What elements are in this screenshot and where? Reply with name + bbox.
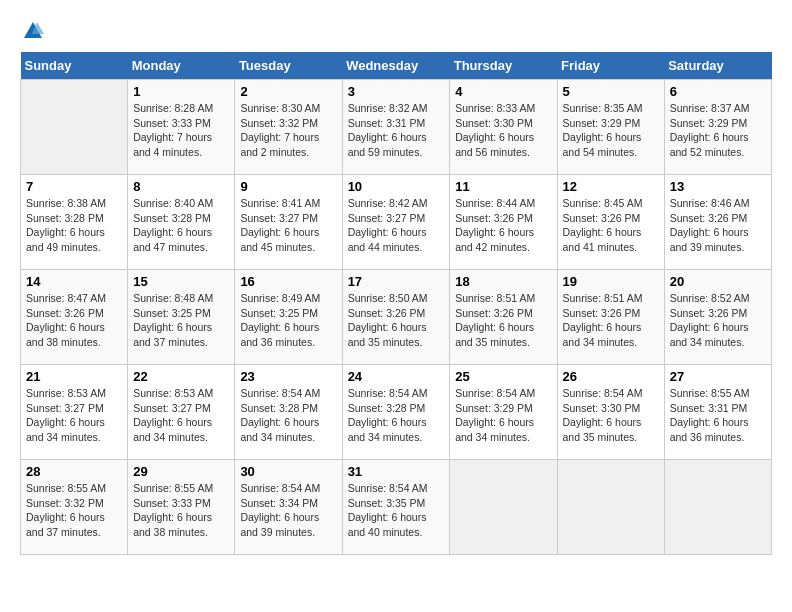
calendar-cell: 1Sunrise: 8:28 AM Sunset: 3:33 PM Daylig…: [128, 80, 235, 175]
calendar-cell: 26Sunrise: 8:54 AM Sunset: 3:30 PM Dayli…: [557, 365, 664, 460]
day-info: Sunrise: 8:40 AM Sunset: 3:28 PM Dayligh…: [133, 196, 229, 255]
calendar-cell: 12Sunrise: 8:45 AM Sunset: 3:26 PM Dayli…: [557, 175, 664, 270]
calendar-cell: 24Sunrise: 8:54 AM Sunset: 3:28 PM Dayli…: [342, 365, 450, 460]
day-number: 2: [240, 84, 336, 99]
day-number: 4: [455, 84, 551, 99]
day-number: 18: [455, 274, 551, 289]
column-header-thursday: Thursday: [450, 52, 557, 80]
day-number: 22: [133, 369, 229, 384]
day-number: 28: [26, 464, 122, 479]
day-info: Sunrise: 8:47 AM Sunset: 3:26 PM Dayligh…: [26, 291, 122, 350]
calendar-cell: 13Sunrise: 8:46 AM Sunset: 3:26 PM Dayli…: [664, 175, 771, 270]
day-number: 8: [133, 179, 229, 194]
day-info: Sunrise: 8:51 AM Sunset: 3:26 PM Dayligh…: [455, 291, 551, 350]
calendar-cell: 25Sunrise: 8:54 AM Sunset: 3:29 PM Dayli…: [450, 365, 557, 460]
calendar-header-row: SundayMondayTuesdayWednesdayThursdayFrid…: [21, 52, 772, 80]
calendar-cell: 19Sunrise: 8:51 AM Sunset: 3:26 PM Dayli…: [557, 270, 664, 365]
day-info: Sunrise: 8:30 AM Sunset: 3:32 PM Dayligh…: [240, 101, 336, 160]
day-number: 30: [240, 464, 336, 479]
day-info: Sunrise: 8:54 AM Sunset: 3:30 PM Dayligh…: [563, 386, 659, 445]
day-info: Sunrise: 8:53 AM Sunset: 3:27 PM Dayligh…: [26, 386, 122, 445]
day-info: Sunrise: 8:33 AM Sunset: 3:30 PM Dayligh…: [455, 101, 551, 160]
day-info: Sunrise: 8:53 AM Sunset: 3:27 PM Dayligh…: [133, 386, 229, 445]
day-number: 3: [348, 84, 445, 99]
day-info: Sunrise: 8:38 AM Sunset: 3:28 PM Dayligh…: [26, 196, 122, 255]
page-header: [20, 20, 772, 42]
calendar-cell: 29Sunrise: 8:55 AM Sunset: 3:33 PM Dayli…: [128, 460, 235, 555]
day-info: Sunrise: 8:55 AM Sunset: 3:33 PM Dayligh…: [133, 481, 229, 540]
week-row-2: 7Sunrise: 8:38 AM Sunset: 3:28 PM Daylig…: [21, 175, 772, 270]
day-number: 11: [455, 179, 551, 194]
day-number: 29: [133, 464, 229, 479]
day-info: Sunrise: 8:42 AM Sunset: 3:27 PM Dayligh…: [348, 196, 445, 255]
column-header-sunday: Sunday: [21, 52, 128, 80]
calendar-cell: 28Sunrise: 8:55 AM Sunset: 3:32 PM Dayli…: [21, 460, 128, 555]
calendar-cell: 15Sunrise: 8:48 AM Sunset: 3:25 PM Dayli…: [128, 270, 235, 365]
day-number: 16: [240, 274, 336, 289]
day-info: Sunrise: 8:28 AM Sunset: 3:33 PM Dayligh…: [133, 101, 229, 160]
calendar-cell: 31Sunrise: 8:54 AM Sunset: 3:35 PM Dayli…: [342, 460, 450, 555]
day-number: 27: [670, 369, 766, 384]
column-header-saturday: Saturday: [664, 52, 771, 80]
day-number: 14: [26, 274, 122, 289]
calendar-cell: 16Sunrise: 8:49 AM Sunset: 3:25 PM Dayli…: [235, 270, 342, 365]
day-info: Sunrise: 8:44 AM Sunset: 3:26 PM Dayligh…: [455, 196, 551, 255]
calendar-cell: 30Sunrise: 8:54 AM Sunset: 3:34 PM Dayli…: [235, 460, 342, 555]
calendar-cell: 6Sunrise: 8:37 AM Sunset: 3:29 PM Daylig…: [664, 80, 771, 175]
calendar-cell: [450, 460, 557, 555]
calendar-cell: 23Sunrise: 8:54 AM Sunset: 3:28 PM Dayli…: [235, 365, 342, 460]
day-number: 5: [563, 84, 659, 99]
logo: [20, 20, 46, 42]
week-row-3: 14Sunrise: 8:47 AM Sunset: 3:26 PM Dayli…: [21, 270, 772, 365]
logo-icon: [22, 20, 44, 42]
day-number: 15: [133, 274, 229, 289]
day-number: 19: [563, 274, 659, 289]
day-number: 9: [240, 179, 336, 194]
day-number: 23: [240, 369, 336, 384]
week-row-1: 1Sunrise: 8:28 AM Sunset: 3:33 PM Daylig…: [21, 80, 772, 175]
day-number: 12: [563, 179, 659, 194]
day-number: 24: [348, 369, 445, 384]
calendar-cell: 9Sunrise: 8:41 AM Sunset: 3:27 PM Daylig…: [235, 175, 342, 270]
day-info: Sunrise: 8:46 AM Sunset: 3:26 PM Dayligh…: [670, 196, 766, 255]
column-header-friday: Friday: [557, 52, 664, 80]
calendar-cell: [557, 460, 664, 555]
day-info: Sunrise: 8:52 AM Sunset: 3:26 PM Dayligh…: [670, 291, 766, 350]
calendar-cell: 5Sunrise: 8:35 AM Sunset: 3:29 PM Daylig…: [557, 80, 664, 175]
column-header-monday: Monday: [128, 52, 235, 80]
calendar-cell: 7Sunrise: 8:38 AM Sunset: 3:28 PM Daylig…: [21, 175, 128, 270]
calendar-cell: 17Sunrise: 8:50 AM Sunset: 3:26 PM Dayli…: [342, 270, 450, 365]
day-number: 31: [348, 464, 445, 479]
day-info: Sunrise: 8:48 AM Sunset: 3:25 PM Dayligh…: [133, 291, 229, 350]
calendar-cell: 4Sunrise: 8:33 AM Sunset: 3:30 PM Daylig…: [450, 80, 557, 175]
column-header-wednesday: Wednesday: [342, 52, 450, 80]
day-info: Sunrise: 8:37 AM Sunset: 3:29 PM Dayligh…: [670, 101, 766, 160]
day-number: 10: [348, 179, 445, 194]
calendar-cell: 3Sunrise: 8:32 AM Sunset: 3:31 PM Daylig…: [342, 80, 450, 175]
day-number: 26: [563, 369, 659, 384]
calendar-cell: 22Sunrise: 8:53 AM Sunset: 3:27 PM Dayli…: [128, 365, 235, 460]
day-info: Sunrise: 8:54 AM Sunset: 3:34 PM Dayligh…: [240, 481, 336, 540]
day-info: Sunrise: 8:51 AM Sunset: 3:26 PM Dayligh…: [563, 291, 659, 350]
day-info: Sunrise: 8:54 AM Sunset: 3:35 PM Dayligh…: [348, 481, 445, 540]
calendar-cell: 18Sunrise: 8:51 AM Sunset: 3:26 PM Dayli…: [450, 270, 557, 365]
calendar-cell: 14Sunrise: 8:47 AM Sunset: 3:26 PM Dayli…: [21, 270, 128, 365]
day-number: 25: [455, 369, 551, 384]
calendar-cell: 10Sunrise: 8:42 AM Sunset: 3:27 PM Dayli…: [342, 175, 450, 270]
day-info: Sunrise: 8:45 AM Sunset: 3:26 PM Dayligh…: [563, 196, 659, 255]
day-number: 13: [670, 179, 766, 194]
day-info: Sunrise: 8:50 AM Sunset: 3:26 PM Dayligh…: [348, 291, 445, 350]
calendar-cell: 2Sunrise: 8:30 AM Sunset: 3:32 PM Daylig…: [235, 80, 342, 175]
day-info: Sunrise: 8:54 AM Sunset: 3:28 PM Dayligh…: [240, 386, 336, 445]
day-info: Sunrise: 8:41 AM Sunset: 3:27 PM Dayligh…: [240, 196, 336, 255]
day-info: Sunrise: 8:32 AM Sunset: 3:31 PM Dayligh…: [348, 101, 445, 160]
day-info: Sunrise: 8:35 AM Sunset: 3:29 PM Dayligh…: [563, 101, 659, 160]
calendar-cell: [664, 460, 771, 555]
day-info: Sunrise: 8:55 AM Sunset: 3:31 PM Dayligh…: [670, 386, 766, 445]
day-info: Sunrise: 8:54 AM Sunset: 3:28 PM Dayligh…: [348, 386, 445, 445]
week-row-5: 28Sunrise: 8:55 AM Sunset: 3:32 PM Dayli…: [21, 460, 772, 555]
calendar-cell: 20Sunrise: 8:52 AM Sunset: 3:26 PM Dayli…: [664, 270, 771, 365]
calendar-table: SundayMondayTuesdayWednesdayThursdayFrid…: [20, 52, 772, 555]
day-info: Sunrise: 8:54 AM Sunset: 3:29 PM Dayligh…: [455, 386, 551, 445]
day-number: 7: [26, 179, 122, 194]
